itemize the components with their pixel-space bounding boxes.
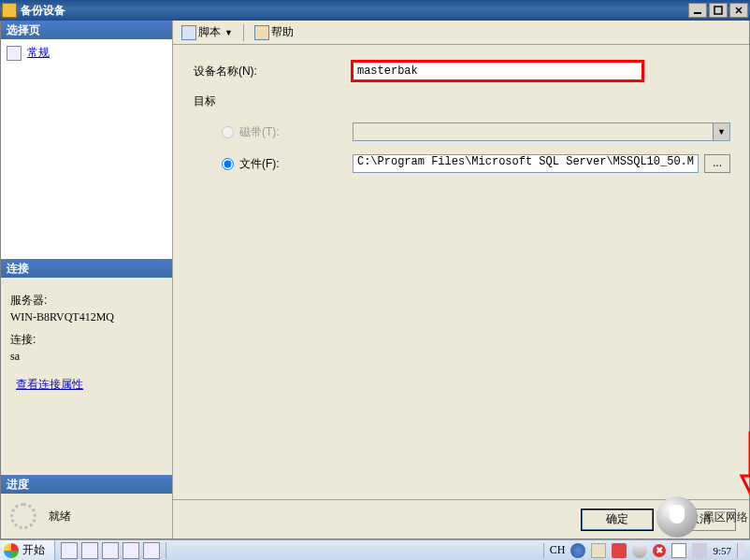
tape-radio-label: 磁带(T): [239, 124, 280, 140]
progress-spinner-icon [10, 503, 36, 529]
view-connection-props[interactable]: 查看连接属性 [10, 377, 163, 393]
blocked-icon[interactable]: ✖ [653, 544, 666, 557]
volume-icon[interactable] [692, 543, 707, 558]
tape-radio [222, 126, 234, 138]
toolbar-separator [243, 24, 244, 41]
form-area: 设备名称(N): 目标 磁带(T): ▼ 文件(F): C:\Program F [173, 45, 749, 499]
view-connection-props-link: 查看连接属性 [16, 377, 83, 393]
chevron-down-icon: ▼ [713, 123, 729, 140]
select-page-header: 选择页 [1, 21, 172, 39]
quicklaunch-item[interactable] [143, 542, 160, 559]
show-desktop[interactable] [737, 543, 744, 558]
sidebar-item-general[interactable]: 常规 [7, 43, 166, 63]
language-indicator[interactable]: CH [550, 543, 566, 557]
svg-marker-5 [742, 476, 750, 498]
progress-header: 进度 [1, 475, 172, 494]
toolbar: 脚本 ▼ 帮助 [173, 21, 749, 45]
ok-button[interactable]: 确定 [581, 509, 654, 531]
dialog-body: 选择页 常规 连接 服务器: WIN-B8RVQT412MQ 连接: sa 查看… [0, 21, 750, 539]
progress-status: 就绪 [49, 510, 71, 523]
tray-icon[interactable] [570, 543, 585, 558]
progress-panel: 就绪 [1, 494, 172, 538]
file-path-input[interactable]: C:\Program Files\Microsoft SQL Server\MS… [353, 154, 699, 173]
tray-icon[interactable] [671, 543, 686, 558]
tape-combo: ▼ [353, 122, 730, 141]
device-name-label: 设备名称(N): [194, 64, 353, 79]
browse-button[interactable]: ... [704, 154, 730, 173]
right-column: 脚本 ▼ 帮助 设备名称(N): 目标 磁带(T): ▼ [173, 21, 749, 538]
tray-icon[interactable] [632, 543, 647, 558]
dropdown-icon: ▼ [224, 28, 233, 37]
script-label: 脚本 [198, 24, 221, 40]
clock[interactable]: 9:57 [713, 545, 731, 556]
start-button[interactable]: 开始 [0, 540, 55, 561]
connection-header: 连接 [1, 259, 172, 278]
taskbar: 开始 CH ✖ 9:57 [0, 539, 750, 560]
quicklaunch-item[interactable] [81, 542, 98, 559]
tray-icon[interactable] [612, 543, 627, 558]
server-value: WIN-B8RVQT412MQ [10, 310, 163, 324]
help-icon [254, 25, 269, 40]
target-label: 目标 [194, 93, 730, 109]
cancel-button[interactable]: 取消 [663, 509, 736, 531]
button-bar: 确定 取消 [173, 499, 749, 538]
maximize-button[interactable] [709, 3, 728, 18]
help-button[interactable]: 帮助 [250, 22, 298, 43]
start-label: 开始 [22, 542, 45, 558]
window-titlebar: 备份设备 [0, 0, 750, 21]
annotation-arrow-icon [742, 433, 750, 503]
help-label: 帮助 [271, 24, 294, 40]
windows-orb-icon [4, 543, 19, 558]
select-page-list: 常规 [1, 39, 172, 259]
system-tray: CH ✖ 9:57 [543, 543, 750, 558]
close-button[interactable] [729, 3, 748, 18]
svg-rect-1 [714, 7, 722, 14]
page-icon [7, 46, 22, 61]
svg-rect-0 [694, 12, 701, 14]
quick-launch [55, 542, 166, 559]
file-radio[interactable] [222, 158, 234, 170]
connection-panel: 服务器: WIN-B8RVQT412MQ 连接: sa 查看连接属性 [1, 278, 172, 475]
file-radio-label: 文件(F): [239, 156, 280, 172]
device-name-input[interactable] [353, 62, 642, 80]
minimize-button[interactable] [688, 3, 707, 18]
left-column: 选择页 常规 连接 服务器: WIN-B8RVQT412MQ 连接: sa 查看… [1, 21, 173, 538]
server-label: 服务器: [10, 293, 163, 309]
quicklaunch-item[interactable] [61, 542, 78, 559]
tray-icon[interactable] [591, 543, 606, 558]
quicklaunch-item[interactable] [123, 542, 139, 559]
window-title: 备份设备 [21, 3, 686, 19]
script-button[interactable]: 脚本 ▼ [177, 22, 238, 43]
connection-label: 连接: [10, 332, 163, 348]
app-icon [2, 3, 17, 18]
sidebar-item-label: 常规 [27, 45, 50, 61]
quicklaunch-item[interactable] [102, 542, 119, 559]
script-icon [181, 25, 196, 40]
connection-value: sa [10, 350, 163, 364]
